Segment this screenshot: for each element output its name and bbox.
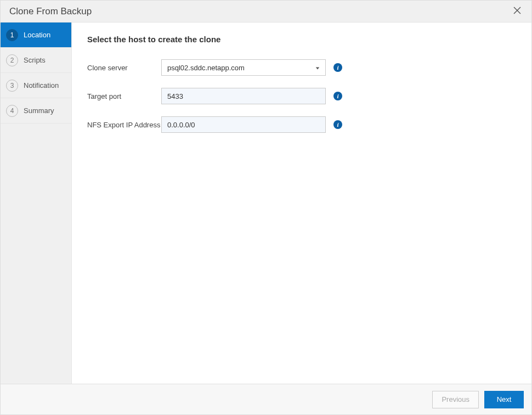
target-port-input-wrap: [161, 88, 326, 104]
caret-down-icon: [315, 64, 320, 72]
step-number: 2: [6, 54, 18, 66]
target-port-control: i: [161, 88, 342, 104]
clone-server-control: psql02.sddc.netapp.com i: [161, 59, 342, 76]
target-port-input[interactable]: [167, 92, 320, 100]
close-button[interactable]: [511, 5, 524, 18]
step-location[interactable]: 1 Location: [1, 23, 71, 48]
row-nfs-export: NFS Export IP Address i: [87, 116, 516, 133]
next-button[interactable]: Next: [484, 391, 524, 408]
target-port-label: Target port: [87, 88, 161, 102]
clone-server-label: Clone server: [87, 59, 161, 73]
page-heading: Select the host to create the clone: [87, 35, 516, 44]
step-label: Location: [24, 31, 50, 39]
nfs-export-input-wrap: [161, 116, 326, 133]
clone-from-backup-dialog: Clone From Backup 1 Location 2 Scripts 3…: [0, 0, 532, 415]
step-label: Scripts: [24, 56, 46, 64]
svg-marker-2: [316, 67, 319, 69]
step-number: 4: [6, 105, 18, 117]
titlebar: Clone From Backup: [1, 1, 531, 23]
step-scripts[interactable]: 2 Scripts: [1, 48, 71, 73]
info-icon[interactable]: i: [333, 63, 342, 72]
nfs-export-label: NFS Export IP Address: [87, 116, 161, 130]
step-notification[interactable]: 3 Notification: [1, 73, 71, 98]
content-panel: Select the host to create the clone Clon…: [72, 23, 531, 384]
row-target-port: Target port i: [87, 88, 516, 104]
step-summary[interactable]: 4 Summary: [1, 98, 71, 124]
info-icon[interactable]: i: [333, 92, 342, 100]
step-number: 3: [6, 80, 18, 92]
nfs-export-input[interactable]: [167, 121, 320, 129]
step-label: Notification: [24, 81, 59, 89]
dialog-body: 1 Location 2 Scripts 3 Notification 4 Su…: [1, 23, 531, 384]
row-clone-server: Clone server psql02.sddc.netapp.com i: [87, 59, 516, 76]
step-label: Summary: [24, 106, 54, 115]
close-icon: [513, 7, 521, 16]
clone-server-value: psql02.sddc.netapp.com: [167, 64, 245, 72]
clone-server-select[interactable]: psql02.sddc.netapp.com: [161, 59, 326, 76]
wizard-sidebar: 1 Location 2 Scripts 3 Notification 4 Su…: [1, 23, 72, 384]
dialog-footer: Previous Next: [1, 384, 531, 414]
nfs-export-control: i: [161, 116, 342, 133]
info-icon[interactable]: i: [333, 120, 342, 129]
dialog-title: Clone From Backup: [9, 6, 92, 17]
previous-button: Previous: [432, 391, 479, 408]
step-number: 1: [6, 29, 18, 41]
